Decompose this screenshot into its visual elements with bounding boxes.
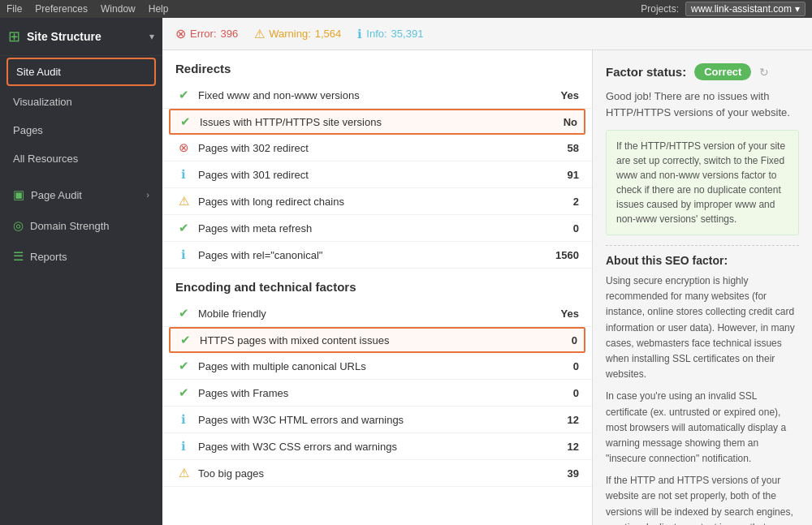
audit-row-https[interactable]: ✔ Issues with HTTP/HTTPS site versions N… [169,109,585,135]
encoding-title: Encoding and technical factors [162,269,592,300]
info-badge: ℹ Info: 35,391 [357,27,423,41]
row-label-6: Pages with rel="canonical" [198,249,549,261]
row-value-6: 1560 [555,249,579,261]
audit-panel: Redirects ✔ Fixed www and non-www versio… [162,50,593,525]
warning-badge: ⚠ Warning: 1,564 [254,27,341,41]
ok-icon-e0: ✔ [175,306,192,321]
info-count: 35,391 [391,28,424,40]
ok-icon-e2: ✔ [175,359,192,373]
warning-icon-4: ⚠ [175,194,192,209]
audit-row-301[interactable]: ℹ Pages with 301 redirect 91 [162,161,592,188]
row-label-e0: Mobile friendly [198,308,555,320]
refresh-icon[interactable]: ↻ [759,66,769,79]
row-value-e6: 39 [568,467,579,480]
audit-row-big-pages[interactable]: ⚠ Too big pages 39 [162,460,592,487]
factor-description: Good job! There are no issues with HTTP/… [606,88,799,120]
sidebar-item-site-audit[interactable]: Site Audit [6,58,156,86]
row-value-e2: 0 [573,360,579,372]
about-text-1: In case you're using an invalid SSL cert… [606,389,799,467]
pages-label: Pages [13,124,43,136]
row-label-e1: HTTPS pages with mixed content issues [200,334,565,346]
project-dropdown[interactable]: www.link-assistant.com ▾ [685,2,806,16]
sidebar-section: ▣ Page Audit › ◎ Domain Strength ☰ Repor… [0,179,162,272]
audit-row-multiple-canonical[interactable]: ✔ Pages with multiple canonical URLs 0 [162,353,592,380]
row-value-e3: 0 [573,387,579,399]
domain-strength-icon: ◎ [13,218,24,233]
sidebar-item-visualization[interactable]: Visualization [0,88,162,116]
divider [606,245,799,246]
sidebar-item-domain-strength[interactable]: ◎ Domain Strength [0,210,162,241]
error-count: 396 [221,28,239,40]
row-value-e4: 12 [568,414,579,426]
row-label-4: Pages with long redirect chains [198,196,567,208]
factor-header: Factor status: Correct ↻ [606,63,799,80]
row-value-5: 0 [573,222,579,235]
menu-preferences[interactable]: Preferences [35,3,88,15]
audit-row-mobile[interactable]: ✔ Mobile friendly Yes [162,300,592,327]
row-label-0: Fixed www and non-www versions [198,89,555,101]
sidebar-item-page-audit[interactable]: ▣ Page Audit › [0,179,162,210]
row-label-5: Pages with meta refresh [198,222,567,235]
page-audit-label: Page Audit [31,189,82,201]
audit-row-canonical[interactable]: ℹ Pages with rel="canonical" 1560 [162,242,592,269]
all-resources-label: All Resources [13,153,78,165]
info-icon-e4: ℹ [175,412,192,427]
menu-bar: File Preferences Window Help Projects: w… [0,0,812,18]
dropdown-arrow-icon: ▾ [795,3,800,15]
sidebar-item-reports[interactable]: ☰ Reports [0,241,162,272]
audit-row-w3c-css[interactable]: ℹ Pages with W3C CSS errors and warnings… [162,433,592,460]
row-value-2: 58 [568,142,579,154]
row-value-1: No [564,116,577,128]
projects-area: Projects: www.link-assistant.com ▾ [641,2,806,16]
site-structure-icon: ⊞ [8,28,20,45]
correct-badge: Correct [694,63,751,80]
about-title: About this SEO factor: [606,254,799,267]
warning-icon-e6: ⚠ [175,466,192,480]
info-box-text: If the HTTP/HTTPS version of your site a… [616,140,785,225]
row-value-e0: Yes [561,308,579,320]
page-audit-arrow-icon: › [146,190,149,200]
factor-status-title: Factor status: [606,65,686,79]
sidebar-header: ⊞ Site Structure ▾ [0,18,162,56]
row-label-1: Issues with HTTP/HTTPS site versions [200,116,557,128]
info-label: Info: [366,28,387,40]
menu-window[interactable]: Window [101,3,136,15]
ok-icon-1: ✔ [177,114,193,129]
row-label-3: Pages with 301 redirect [198,169,561,181]
info-icon-6: ℹ [175,247,192,262]
row-label-e3: Pages with Frames [198,387,567,399]
project-value: www.link-assistant.com [691,3,792,15]
audit-row-frames[interactable]: ✔ Pages with Frames 0 [162,380,592,407]
panels: Redirects ✔ Fixed www and non-www versio… [162,50,812,525]
row-label-e6: Too big pages [198,467,561,480]
audit-row-w3c-html[interactable]: ℹ Pages with W3C HTML errors and warning… [162,407,592,433]
menu-file[interactable]: File [6,3,22,15]
factor-panel: Factor status: Correct ↻ Good job! There… [593,50,812,525]
audit-row-meta-refresh[interactable]: ✔ Pages with meta refresh 0 [162,215,592,242]
about-text-2: If the HTTP and HTTPS versions of your w… [606,473,799,525]
error-icon-2: ⊗ [175,140,192,155]
row-label-e2: Pages with multiple canonical URLs [198,360,567,372]
row-label-2: Pages with 302 redirect [198,142,561,154]
page-audit-icon: ▣ [13,187,24,202]
row-label-e4: Pages with W3C HTML errors and warnings [198,414,561,426]
sidebar: ⊞ Site Structure ▾ Site Audit Visualizat… [0,18,162,525]
row-value-3: 91 [568,169,579,181]
sidebar-collapse-icon[interactable]: ▾ [149,31,154,42]
sidebar-item-all-resources[interactable]: All Resources [0,144,162,173]
reports-label: Reports [30,251,67,263]
sidebar-item-pages[interactable]: Pages [0,116,162,144]
warning-count: 1,564 [315,28,342,40]
reports-icon: ☰ [13,249,24,264]
ok-icon-e1: ✔ [177,333,193,347]
audit-row-302[interactable]: ⊗ Pages with 302 redirect 58 [162,135,592,161]
warning-label: Warning: [269,28,311,40]
audit-row-fixed-www[interactable]: ✔ Fixed www and non-www versions Yes [162,82,592,109]
menu-help[interactable]: Help [149,3,169,15]
info-icon-e5: ℹ [175,439,192,454]
audit-row-mixed-content[interactable]: ✔ HTTPS pages with mixed content issues … [169,327,585,353]
info-box: If the HTTP/HTTPS version of your site a… [606,130,799,235]
row-value-e5: 12 [568,441,579,453]
info-circle-icon: ℹ [357,27,362,41]
audit-row-long-redirect[interactable]: ⚠ Pages with long redirect chains 2 [162,188,592,215]
